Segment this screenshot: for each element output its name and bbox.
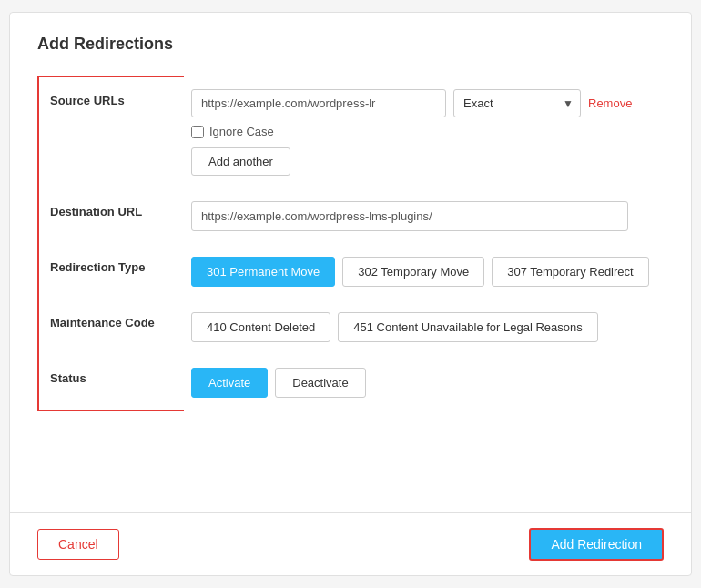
destination-url-label: Destination URL <box>50 205 142 218</box>
add-redirection-button[interactable]: Add Redirection <box>529 528 664 561</box>
cancel-button[interactable]: Cancel <box>37 529 119 560</box>
add-redirections-modal: Add Redirections Source URLs Exact <box>9 12 692 576</box>
redirect-302-button[interactable]: 302 Temporary Move <box>342 257 484 287</box>
maintenance-code-label: Maintenance Code <box>50 316 155 329</box>
redirection-type-content: 301 Permanent Move 302 Temporary Move 30… <box>184 244 663 299</box>
redirection-type-label: Redirection Type <box>50 260 146 274</box>
maintenance-code-buttons: 410 Content Deleted 451 Content Unavaila… <box>191 312 655 342</box>
status-content: Activate Deactivate <box>184 355 663 411</box>
destination-url-row: Destination URL <box>38 188 663 244</box>
activate-button[interactable]: Activate <box>191 368 268 398</box>
ignore-case-label: Ignore Case <box>209 125 274 138</box>
deactivate-button[interactable]: Deactivate <box>275 368 365 398</box>
source-url-input-row: Exact Prefix Regex ▼ Remove <box>191 89 655 117</box>
modal-title: Add Redirections <box>37 35 664 54</box>
match-type-select[interactable]: Exact Prefix Regex <box>453 89 581 117</box>
status-row: Status Activate Deactivate <box>38 355 663 411</box>
maintenance-451-button[interactable]: 451 Content Unavailable for Legal Reason… <box>338 312 598 342</box>
source-urls-content: Exact Prefix Regex ▼ Remove Ignore Case <box>184 76 663 188</box>
destination-url-content <box>184 188 663 244</box>
source-urls-label: Source URLs <box>50 94 125 107</box>
destination-url-input[interactable] <box>191 201 628 231</box>
ignore-case-checkbox[interactable] <box>191 126 204 138</box>
add-another-button[interactable]: Add another <box>191 147 290 176</box>
modal-footer: Cancel Add Redirection <box>10 512 691 575</box>
ignore-case-row: Ignore Case <box>191 125 655 138</box>
maintenance-410-button[interactable]: 410 Content Deleted <box>191 312 330 342</box>
redirect-301-button[interactable]: 301 Permanent Move <box>191 257 335 287</box>
status-buttons: Activate Deactivate <box>191 368 655 398</box>
maintenance-code-row: Maintenance Code 410 Content Deleted 451… <box>38 299 663 355</box>
redirect-307-button[interactable]: 307 Temporary Redirect <box>492 257 649 287</box>
redirection-type-row: Redirection Type 301 Permanent Move 302 … <box>38 244 663 299</box>
match-type-wrapper: Exact Prefix Regex ▼ <box>453 89 581 117</box>
source-urls-row: Source URLs Exact Prefix Regex <box>38 76 663 188</box>
status-label: Status <box>50 371 86 385</box>
redirect-type-buttons: 301 Permanent Move 302 Temporary Move 30… <box>191 257 655 287</box>
remove-link[interactable]: Remove <box>588 96 632 110</box>
form-table: Source URLs Exact Prefix Regex <box>37 76 664 411</box>
maintenance-code-content: 410 Content Deleted 451 Content Unavaila… <box>184 299 663 355</box>
modal-body: Add Redirections Source URLs Exact <box>10 13 691 512</box>
source-url-input[interactable] <box>191 89 446 117</box>
destination-wrapper <box>191 201 628 231</box>
